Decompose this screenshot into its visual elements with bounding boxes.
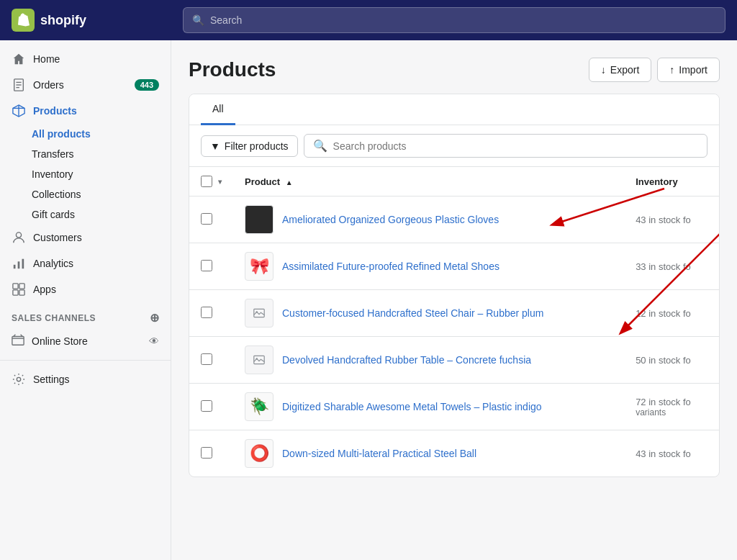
product-thumb-placeholder bbox=[245, 299, 273, 328]
filter-products-button[interactable]: ▼ Filter products bbox=[201, 135, 298, 157]
import-button[interactable]: ↑ Import bbox=[657, 58, 720, 82]
product-thumb: 🪲 bbox=[245, 392, 273, 421]
sidebar-item-orders-label: Orders bbox=[33, 79, 64, 91]
product-link[interactable]: Down-sized Multi-lateral Practical Steel… bbox=[282, 448, 476, 459]
checkbox-column-header: ▾ bbox=[189, 167, 233, 197]
svg-rect-13 bbox=[13, 290, 18, 295]
svg-rect-8 bbox=[14, 265, 16, 268]
product-link[interactable]: Digitized Sharable Awesome Metal Towels … bbox=[282, 401, 542, 412]
sidebar-item-online-store[interactable]: Online Store 👁 bbox=[0, 328, 171, 354]
product-cell: 🎀 Assimilated Future-proofed Refined Met… bbox=[245, 252, 612, 281]
sidebar-item-customers-label: Customers bbox=[33, 232, 82, 243]
product-cell: Customer-focused Handcrafted Steel Chair… bbox=[245, 299, 612, 328]
add-sales-channel-icon[interactable]: ⊕ bbox=[150, 311, 160, 325]
sidebar-bottom: Settings bbox=[0, 360, 171, 392]
sidebar-item-orders[interactable]: Orders 443 bbox=[0, 72, 171, 98]
subnav-collections[interactable]: Collections bbox=[32, 184, 171, 204]
settings-label: Settings bbox=[33, 374, 70, 385]
inventory-cell: 12 in stock fo bbox=[624, 290, 719, 337]
table-row: Customer-focused Handcrafted Steel Chair… bbox=[189, 290, 719, 337]
product-link[interactable]: Ameliorated Organized Gorgeous Plastic G… bbox=[282, 214, 499, 225]
subnav-gift-cards[interactable]: Gift cards bbox=[32, 204, 171, 225]
row-checkbox-3[interactable] bbox=[201, 307, 212, 318]
online-store-label: Online Store bbox=[32, 335, 88, 347]
product-cell: ⭕ Down-sized Multi-lateral Practical Ste… bbox=[245, 439, 612, 468]
sidebar-item-products[interactable]: Products bbox=[0, 98, 171, 124]
brand-name: shopify bbox=[40, 13, 86, 28]
table-row: Devolved Handcrafted Rubber Table – Conc… bbox=[189, 337, 719, 384]
search-products-icon: 🔍 bbox=[313, 139, 327, 153]
product-column-header[interactable]: Product ▲ bbox=[233, 167, 624, 197]
table-header-row: ▾ Product ▲ Inventory bbox=[189, 167, 719, 197]
subnav-all-products[interactable]: All products bbox=[32, 124, 171, 144]
checkbox-dropdown-icon[interactable]: ▾ bbox=[218, 178, 222, 186]
inventory-text: 43 in stock fo bbox=[636, 448, 691, 459]
svg-point-16 bbox=[17, 377, 20, 381]
filter-icon: ▼ bbox=[210, 140, 220, 152]
row-checkbox-2[interactable] bbox=[201, 260, 212, 271]
table-row: 🎀 Assimilated Future-proofed Refined Met… bbox=[189, 243, 719, 290]
inventory-text: 72 in stock fovariants bbox=[636, 397, 707, 417]
global-search[interactable]: 🔍 bbox=[183, 7, 725, 33]
sidebar-item-settings[interactable]: Settings bbox=[0, 366, 171, 392]
table-row: Ameliorated Organized Gorgeous Plastic G… bbox=[189, 197, 719, 243]
sidebar-item-products-label: Products bbox=[33, 105, 77, 117]
inventory-text: 12 in stock fo bbox=[636, 308, 691, 319]
brand-logo[interactable]: shopify bbox=[12, 9, 183, 32]
customers-icon bbox=[12, 230, 26, 245]
sidebar-item-home-label: Home bbox=[33, 53, 60, 65]
sales-channels-header: SALES CHANNELS ⊕ bbox=[0, 302, 171, 328]
svg-rect-12 bbox=[19, 284, 24, 289]
inventory-cell: 72 in stock fovariants bbox=[624, 384, 719, 430]
search-products-input[interactable] bbox=[333, 140, 698, 152]
main-layout: Home Orders 443 Products All products Tr… bbox=[0, 40, 737, 560]
inventory-cell: 50 in stock fo bbox=[624, 337, 719, 384]
table-row: ⭕ Down-sized Multi-lateral Practical Ste… bbox=[189, 430, 719, 477]
page-header: Products ↓ Export ↑ Import bbox=[189, 58, 720, 82]
inventory-cell: 43 in stock fo bbox=[624, 197, 719, 243]
sidebar-item-apps[interactable]: Apps bbox=[0, 276, 171, 302]
row-checkbox-6[interactable] bbox=[201, 447, 212, 459]
export-button[interactable]: ↓ Export bbox=[589, 58, 651, 82]
product-link[interactable]: Customer-focused Handcrafted Steel Chair… bbox=[282, 307, 543, 319]
apps-icon bbox=[12, 282, 26, 297]
sidebar-item-analytics[interactable]: Analytics bbox=[0, 250, 171, 276]
inventory-text: 50 in stock fo bbox=[636, 355, 691, 366]
product-cell: 🪲 Digitized Sharable Awesome Metal Towel… bbox=[245, 392, 612, 421]
sidebar-item-home[interactable]: Home bbox=[0, 46, 171, 72]
inventory-cell: 43 in stock fo bbox=[624, 430, 719, 477]
sidebar-item-customers[interactable]: Customers bbox=[0, 225, 171, 250]
svg-point-7 bbox=[16, 232, 21, 238]
search-products-container[interactable]: 🔍 bbox=[304, 134, 707, 158]
sort-ascending-icon: ▲ bbox=[286, 179, 293, 186]
table-wrapper: ▾ Product ▲ Inventory bbox=[189, 167, 719, 477]
sidebar-item-apps-label: Apps bbox=[33, 284, 56, 295]
tab-all[interactable]: All bbox=[201, 94, 235, 125]
product-link[interactable]: Devolved Handcrafted Rubber Table – Conc… bbox=[282, 354, 531, 366]
table-row: 🪲 Digitized Sharable Awesome Metal Towel… bbox=[189, 384, 719, 430]
inventory-cell: 33 in stock fo bbox=[624, 243, 719, 290]
topbar: shopify 🔍 bbox=[0, 0, 737, 40]
row-checkbox-5[interactable] bbox=[201, 400, 212, 412]
product-cell: Ameliorated Organized Gorgeous Plastic G… bbox=[245, 205, 612, 234]
home-icon bbox=[12, 52, 26, 66]
search-input[interactable] bbox=[210, 14, 716, 26]
products-icon bbox=[12, 104, 26, 118]
svg-rect-14 bbox=[19, 290, 24, 295]
analytics-icon bbox=[12, 256, 26, 271]
product-thumb-placeholder bbox=[245, 346, 273, 374]
product-link[interactable]: Assimilated Future-proofed Refined Metal… bbox=[282, 261, 499, 272]
products-table: ▾ Product ▲ Inventory bbox=[189, 167, 719, 477]
svg-rect-9 bbox=[18, 261, 20, 268]
settings-icon bbox=[12, 372, 26, 387]
select-all-checkbox[interactable] bbox=[201, 176, 212, 187]
inventory-text: 43 in stock fo bbox=[636, 214, 691, 225]
subnav-inventory[interactable]: Inventory bbox=[32, 164, 171, 184]
row-checkbox-4[interactable] bbox=[201, 353, 212, 365]
subnav-transfers[interactable]: Transfers bbox=[32, 144, 171, 164]
row-checkbox-1[interactable] bbox=[201, 213, 212, 225]
svg-point-22 bbox=[256, 311, 258, 312]
svg-rect-15 bbox=[12, 337, 24, 346]
eye-icon[interactable]: 👁 bbox=[149, 335, 159, 347]
inventory-text: 33 in stock fo bbox=[636, 261, 691, 272]
